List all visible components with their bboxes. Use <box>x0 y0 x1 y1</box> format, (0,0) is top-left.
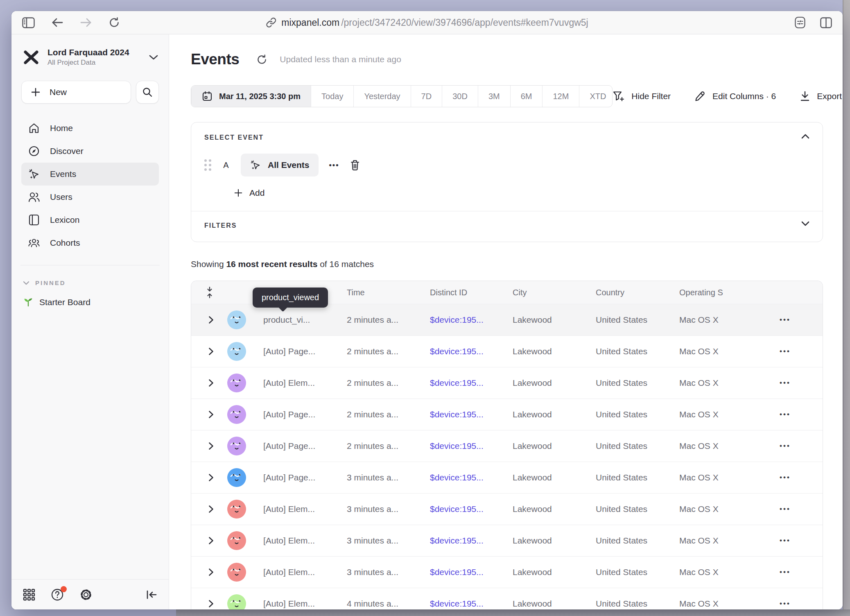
sidebar-item-lexicon[interactable]: Lexicon <box>21 208 159 231</box>
expand-chevron-icon[interactable] <box>191 347 222 356</box>
table-row[interactable]: [Auto] Page... 2 minutes a... $device:19… <box>191 399 823 430</box>
date-range-segment[interactable]: 6M <box>510 86 543 107</box>
column-header-time[interactable]: Time <box>347 288 430 297</box>
add-event-button[interactable]: Add <box>234 188 809 198</box>
seedling-icon <box>23 297 34 308</box>
hide-filter-button[interactable]: Hide Filter <box>613 91 671 102</box>
table-row[interactable]: [Auto] Elem... 3 minutes a... $device:19… <box>191 557 823 588</box>
date-range-segment[interactable]: XTD <box>579 86 613 107</box>
expand-chevron-icon[interactable] <box>191 316 222 324</box>
table-row[interactable]: [Auto] Elem... 4 minutes a... $device:19… <box>191 588 823 609</box>
country-cell: United States <box>596 504 679 514</box>
table-row[interactable]: [Auto] Page... 3 minutes a... $device:19… <box>191 462 823 494</box>
table-row[interactable]: [Auto] Page... 2 minutes a... $device:19… <box>191 430 823 462</box>
sidebar-item-home[interactable]: Home <box>21 117 159 140</box>
export-button[interactable]: Export <box>800 91 842 102</box>
url-bar[interactable]: mixpanel.com/project/3472420/view/397469… <box>266 11 588 34</box>
date-range-segment[interactable]: 12M <box>542 86 579 107</box>
row-menu-button[interactable]: ••• <box>767 568 823 576</box>
city-cell: Lakewood <box>513 567 596 577</box>
table-row[interactable]: [Auto] Elem... 2 minutes a... $device:19… <box>191 367 823 399</box>
column-header-city[interactable]: City <box>513 288 596 297</box>
distinct-id-link[interactable]: $device:195... <box>430 567 513 577</box>
expand-chevron-icon[interactable] <box>191 600 222 608</box>
avatar-cell <box>222 342 263 361</box>
sidebar-item-cohorts[interactable]: Cohorts <box>21 231 159 254</box>
reload-button[interactable] <box>109 17 120 28</box>
distinct-id-link[interactable]: $device:195... <box>430 378 513 388</box>
segment-label: 7D <box>421 92 432 101</box>
sidebar-item-events[interactable]: Events <box>21 163 159 186</box>
date-range-segment[interactable]: 7D <box>411 86 442 107</box>
row-menu-button[interactable]: ••• <box>767 537 823 545</box>
expand-chevron-icon[interactable] <box>191 568 222 576</box>
distinct-id-link[interactable]: $device:195... <box>430 536 513 546</box>
expand-chevron-icon[interactable] <box>191 410 222 419</box>
edit-columns-button[interactable]: Edit Columns · 6 <box>694 91 776 102</box>
chevron-down-icon <box>23 281 29 285</box>
distinct-id-link[interactable]: $device:195... <box>430 504 513 514</box>
event-more-menu[interactable]: ••• <box>329 161 339 170</box>
distinct-id-link[interactable]: $device:195... <box>430 315 513 325</box>
sidebar-item-users[interactable]: Users <box>21 186 159 208</box>
date-range-segment[interactable]: Today <box>311 86 353 107</box>
distinct-id-link[interactable]: $device:195... <box>430 346 513 356</box>
sidebar-toggle-icon[interactable] <box>22 17 35 28</box>
column-header-country[interactable]: Country <box>596 288 679 297</box>
refresh-icon[interactable] <box>256 54 267 65</box>
table-row[interactable]: [Auto] Elem... 3 minutes a... $device:19… <box>191 525 823 557</box>
download-icon <box>800 91 810 102</box>
avatar-cell <box>222 468 263 487</box>
help-icon[interactable] <box>51 588 64 601</box>
forward-button[interactable] <box>80 18 92 27</box>
distinct-id-link[interactable]: $device:195... <box>430 473 513 482</box>
date-range-segment[interactable]: Yesterday <box>353 86 410 107</box>
row-menu-button[interactable]: ••• <box>767 379 823 387</box>
row-menu-button[interactable]: ••• <box>767 505 823 513</box>
pinned-item-label: Starter Board <box>39 297 90 307</box>
row-menu-button[interactable]: ••• <box>767 347 823 356</box>
pinned-section-toggle[interactable]: PINNED <box>21 279 159 286</box>
column-header-os[interactable]: Operating S <box>679 288 767 297</box>
search-button[interactable] <box>136 81 159 104</box>
sidebar-item-discover[interactable]: Discover <box>21 140 159 163</box>
date-range-segment[interactable]: 30D <box>442 86 478 107</box>
expand-chevron-icon[interactable] <box>191 473 222 482</box>
distinct-id-link[interactable]: $device:195... <box>430 441 513 451</box>
date-range-segment[interactable]: 3M <box>478 86 510 107</box>
collapse-rows-icon[interactable] <box>191 286 222 299</box>
settings-gear-icon[interactable] <box>79 588 93 601</box>
new-button[interactable]: New <box>21 81 131 104</box>
split-view-icon[interactable] <box>820 17 832 28</box>
sidebar-item-starter-board[interactable]: Starter Board <box>21 297 159 308</box>
row-menu-button[interactable]: ••• <box>767 600 823 608</box>
sidebar-item-label: Home <box>50 123 73 133</box>
collapse-sidebar-icon[interactable] <box>146 590 157 600</box>
expand-chevron-icon[interactable] <box>191 537 222 545</box>
distinct-id-link[interactable]: $device:195... <box>430 599 513 609</box>
trash-icon[interactable] <box>350 159 360 171</box>
drag-handle[interactable] <box>204 159 211 171</box>
table-row[interactable]: [Auto] Page... 2 minutes a... $device:19… <box>191 336 823 367</box>
back-button[interactable] <box>51 18 63 27</box>
apps-grid-icon[interactable] <box>23 589 35 601</box>
expand-chevron-icon[interactable] <box>191 505 222 513</box>
row-menu-button[interactable]: ••• <box>767 442 823 450</box>
table-row[interactable]: [Auto] Elem... 3 minutes a... $device:19… <box>191 494 823 525</box>
table-row[interactable]: product_vi... 2 minutes a... $device:195… <box>191 304 823 336</box>
row-menu-button[interactable]: ••• <box>767 473 823 482</box>
event-name-cell: [Auto] Page... <box>263 473 347 482</box>
page-settings-icon[interactable] <box>794 16 806 29</box>
column-header-distinct-id[interactable]: Distinct ID <box>430 288 513 297</box>
chevron-down-icon[interactable] <box>801 221 809 226</box>
avatar <box>227 437 246 455</box>
event-selector-pill[interactable]: All Events <box>241 154 319 177</box>
chevron-up-icon[interactable] <box>801 134 809 139</box>
row-menu-button[interactable]: ••• <box>767 316 823 324</box>
workspace-switcher[interactable]: Lord Farquaad 2024 All Project Data <box>21 46 159 67</box>
expand-chevron-icon[interactable] <box>191 442 222 450</box>
expand-chevron-icon[interactable] <box>191 379 222 387</box>
row-menu-button[interactable]: ••• <box>767 410 823 419</box>
distinct-id-link[interactable]: $device:195... <box>430 410 513 419</box>
date-range-segment[interactable]: Mar 11, 2025 3:30 pm <box>191 86 311 107</box>
